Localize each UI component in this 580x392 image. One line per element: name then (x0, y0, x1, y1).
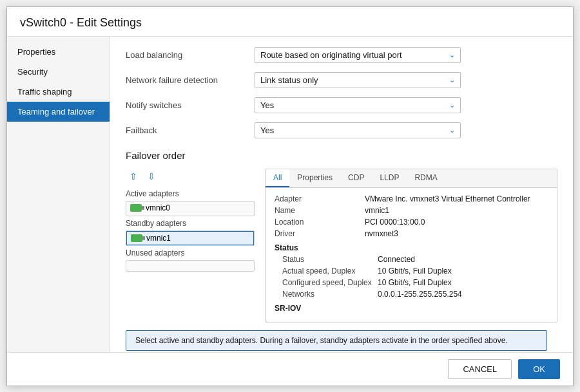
nic-icon (131, 234, 142, 242)
actual-speed-row: Actual speed, Duplex 10 Gbit/s, Full Dup… (275, 266, 548, 275)
arrow-buttons: ⇧ ⇩ (126, 169, 255, 184)
nic-icon (130, 204, 142, 212)
detail-content: Adapter VMware Inc. vmxnet3 Virtual Ethe… (266, 188, 557, 322)
sidebar-item-properties[interactable]: Properties (7, 42, 110, 62)
adapter-value: VMware Inc. vmxnet3 Virtual Ethernet Con… (365, 194, 530, 203)
notify-switches-dropdown[interactable]: Yes ⌄ (255, 97, 461, 113)
adapter-label: Adapter (275, 194, 365, 203)
notify-switches-row: Notify switches Yes ⌄ (126, 97, 557, 113)
network-failure-row: Network failure detection Link status on… (126, 72, 557, 88)
location-label: Location (275, 218, 365, 227)
failback-label: Failback (126, 126, 255, 135)
actual-speed-label: Actual speed, Duplex (275, 266, 378, 275)
edit-settings-dialog: vSwitch0 - Edit Settings Properties Secu… (6, 6, 574, 386)
dialog-title: vSwitch0 - Edit Settings (7, 7, 573, 37)
status-label: Status (275, 255, 378, 264)
failover-right: All Properties CDP LLDP RDMA Adapter VMw… (265, 169, 557, 322)
load-balancing-control: Route based on originating virtual port … (255, 47, 461, 63)
sidebar-item-security[interactable]: Security (7, 62, 110, 82)
sidebar-item-traffic-shaping[interactable]: Traffic shaping (7, 82, 110, 102)
status-row: Status Connected (275, 255, 548, 264)
actual-speed-value: 10 Gbit/s, Full Duplex (378, 266, 452, 275)
configured-speed-value: 10 Gbit/s, Full Duplex (378, 278, 452, 287)
move-up-button[interactable]: ⇧ (126, 169, 141, 184)
network-failure-arrow-icon: ⌄ (449, 76, 455, 84)
load-balancing-dropdown[interactable]: Route based on originating virtual port … (255, 47, 461, 63)
failback-value: Yes (260, 126, 274, 135)
unused-adapters-list (126, 260, 255, 272)
sr-iov-section-title: SR-IOV (275, 304, 548, 313)
standby-adapters-list: vmnic1 (126, 230, 255, 246)
notify-switches-value: Yes (260, 100, 274, 110)
cancel-button[interactable]: CANCEL (448, 359, 512, 379)
configured-speed-row: Configured speed, Duplex 10 Gbit/s, Full… (275, 278, 548, 287)
tab-properties[interactable]: Properties (289, 169, 340, 187)
driver-value: nvmxnet3 (365, 229, 398, 238)
dialog-footer: CANCEL OK (7, 352, 573, 386)
notify-switches-label: Notify switches (126, 100, 255, 110)
failback-row: Failback Yes ⌄ (126, 122, 557, 138)
sidebar-item-teaming-failover[interactable]: Teaming and failover (7, 102, 110, 122)
main-content: Load balancing Route based on originatin… (110, 37, 573, 352)
tab-lldp[interactable]: LLDP (372, 169, 407, 187)
failback-dropdown[interactable]: Yes ⌄ (255, 122, 461, 138)
info-bar: Select active and standby adapters. Duri… (126, 330, 547, 351)
location-row: Location PCI 0000:13:00.0 (275, 218, 548, 227)
adapter-row: Adapter VMware Inc. vmxnet3 Virtual Ethe… (275, 194, 548, 203)
driver-label: Driver (275, 229, 365, 238)
detail-tabs: All Properties CDP LLDP RDMA (266, 169, 557, 188)
name-value: vmnic1 (365, 206, 389, 215)
networks-value: 0.0.0.1-255.255.255.254 (378, 290, 462, 299)
status-value: Connected (378, 255, 415, 264)
location-value: PCI 0000:13:00.0 (365, 218, 425, 227)
name-row: Name vmnic1 (275, 206, 548, 215)
failover-title: Failover order (126, 150, 557, 161)
unused-adapters-label: Unused adapters (126, 248, 255, 257)
active-adapter-name: vmnic0 (146, 203, 170, 212)
tab-all[interactable]: All (266, 169, 289, 187)
name-label: Name (275, 206, 365, 215)
list-item[interactable]: vmnic1 (126, 231, 254, 245)
network-failure-control: Link status only ⌄ (255, 72, 461, 88)
sidebar: Properties Security Traffic shaping Team… (7, 37, 110, 352)
network-failure-label: Network failure detection (126, 75, 255, 85)
driver-row: Driver nvmxnet3 (275, 229, 548, 238)
dialog-body: Properties Security Traffic shaping Team… (7, 37, 573, 352)
failover-body: ⇧ ⇩ Active adapters vmnic0 Standby adapt… (126, 169, 557, 322)
standby-adapter-name: vmnic1 (146, 234, 171, 243)
failback-control: Yes ⌄ (255, 122, 461, 138)
status-section-title: Status (275, 243, 548, 252)
tab-cdp[interactable]: CDP (340, 169, 372, 187)
load-balancing-arrow-icon: ⌄ (449, 51, 455, 59)
standby-adapters-label: Standby adapters (126, 219, 255, 228)
active-adapters-list: vmnic0 (126, 201, 255, 216)
networks-row: Networks 0.0.0.1-255.255.255.254 (275, 290, 548, 299)
move-down-button[interactable]: ⇩ (144, 169, 159, 184)
ok-button[interactable]: OK (518, 359, 560, 379)
network-failure-dropdown[interactable]: Link status only ⌄ (255, 72, 461, 88)
failover-section: Failover order ⇧ ⇩ Active adapters vmnic… (126, 150, 557, 352)
tab-rdma[interactable]: RDMA (407, 169, 445, 187)
active-adapters-label: Active adapters (126, 189, 255, 198)
networks-label: Networks (275, 290, 378, 299)
list-item[interactable]: vmnic0 (126, 201, 254, 214)
network-failure-value: Link status only (260, 75, 318, 85)
load-balancing-row: Load balancing Route based on originatin… (126, 47, 557, 63)
notify-switches-control: Yes ⌄ (255, 97, 461, 113)
load-balancing-value: Route based on originating virtual port (260, 50, 402, 60)
failover-left: ⇧ ⇩ Active adapters vmnic0 Standby adapt… (126, 169, 255, 322)
failback-arrow-icon: ⌄ (449, 126, 455, 135)
notify-switches-arrow-icon: ⌄ (449, 101, 455, 109)
configured-speed-label: Configured speed, Duplex (275, 278, 378, 287)
load-balancing-label: Load balancing (126, 50, 255, 60)
